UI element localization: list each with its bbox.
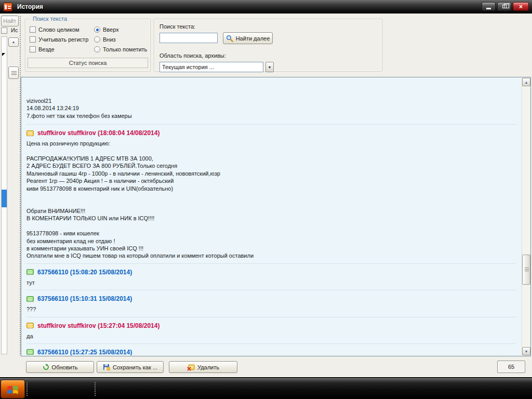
find-next-button[interactable]: Найти далее xyxy=(223,32,273,44)
scroll-thumb[interactable] xyxy=(522,255,530,285)
minimize-button[interactable] xyxy=(482,2,496,11)
radio-mark-only[interactable]: Только пометить xyxy=(94,46,147,52)
checkbox-everywhere[interactable]: Везде xyxy=(30,46,55,52)
session-grip-button[interactable] xyxy=(8,66,19,79)
whole-word-checkbox[interactable] xyxy=(30,26,36,33)
windows-flag-icon xyxy=(6,383,20,395)
history-message: stuffkirov stuffkirov (18:08:04 14/08/20… xyxy=(26,124,516,263)
delete-label: Удалить xyxy=(197,364,219,370)
taskbar-grip[interactable] xyxy=(94,382,97,396)
checkbox-match-case[interactable]: Учитывать регистр xyxy=(30,36,88,43)
history-scrollbar[interactable]: ▲ ▼ xyxy=(522,78,530,355)
refresh-icon xyxy=(43,364,49,370)
refresh-button[interactable]: Обновить xyxy=(26,361,94,373)
start-button[interactable] xyxy=(1,380,25,398)
find-next-label: Найти далее xyxy=(236,35,270,42)
taskbar: 2008 » B 2 Brosix ▼ 2 QIP 2012 ▼ Visa QI… xyxy=(0,378,532,399)
message-author: 637566110 xyxy=(37,349,68,355)
refresh-label: Обновить xyxy=(52,364,78,370)
message-header: stuffkirov stuffkirov (18:08:04 14/08/20… xyxy=(26,129,516,137)
find-button-clipped[interactable]: Найт xyxy=(1,16,19,26)
search-query-group: Поиск текста: Найти далее Область поиска… xyxy=(154,19,382,72)
history-window: История × Найт Ис ▲ Поиск текста Слово ц… xyxy=(0,0,532,377)
contact-card-icon xyxy=(26,130,34,136)
delete-button[interactable]: Удалить xyxy=(169,361,237,373)
restore-button[interactable] xyxy=(497,2,511,11)
save-icon xyxy=(103,364,110,371)
message-text: ??? xyxy=(26,305,516,313)
close-button[interactable]: × xyxy=(513,2,529,11)
message-header: 637566110 (15:10:31 15/08/2014) xyxy=(26,295,516,303)
message-header: 637566110 (15:27:25 15/08/2014) xyxy=(26,348,516,355)
message-author: stuffkirov stuffkirov xyxy=(37,129,96,137)
query-label: Поиск текста: xyxy=(159,23,195,30)
history-message: 637566110 (15:08:20 15/08/2014) тут xyxy=(26,263,516,290)
message-count: 65 xyxy=(497,361,525,373)
search-options-group: Поиск текста Слово целиком Учитывать рег… xyxy=(25,19,151,72)
match-case-label: Учитывать регистр xyxy=(38,36,88,43)
scope-label: Область поиска, архивы: xyxy=(159,52,226,59)
close-icon: × xyxy=(519,4,523,10)
message-author: 637566110 xyxy=(37,295,68,302)
message-text: тут xyxy=(26,279,516,286)
contact-card-icon xyxy=(26,323,34,328)
whole-word-label: Слово целиком xyxy=(38,26,79,33)
down-radio[interactable] xyxy=(94,36,100,43)
magnifier-icon xyxy=(226,35,233,42)
contact-card-icon xyxy=(26,269,34,275)
restore-icon xyxy=(502,5,507,8)
message-list[interactable]: vizivool21 14.08.2014 13:24:19 7.фото не… xyxy=(22,77,522,355)
up-radio-label: Вверх xyxy=(103,26,119,33)
history-checkbox-label: Ис xyxy=(11,27,18,33)
message-timestamp: (15:27:25 15/08/2014) xyxy=(68,349,132,355)
history-checkbox-row[interactable]: Ис xyxy=(1,27,21,34)
radio-down[interactable]: Вниз xyxy=(94,36,116,43)
history-viewport: vizivool21 14.08.2014 13:24:19 7.фото не… xyxy=(21,77,531,356)
message-author: stuffkirov stuffkirov xyxy=(37,322,96,329)
history-message: stuffkirov stuffkirov (15:27:04 15/08/20… xyxy=(26,317,516,343)
message-header: 637566110 (15:08:20 15/08/2014) xyxy=(26,268,516,276)
message-author: 637566110 xyxy=(37,269,68,276)
app-calendar-icon xyxy=(3,3,12,11)
message-timestamp: (18:08:04 14/08/2014) xyxy=(96,129,160,137)
history-checkbox[interactable] xyxy=(1,28,7,34)
session-scroll-up-button[interactable]: ▲ xyxy=(8,37,19,47)
scroll-down-button[interactable]: ▼ xyxy=(522,347,530,355)
message-header: stuffkirov stuffkirov (15:27:04 15/08/20… xyxy=(26,322,516,330)
history-message: 637566110 (15:27:25 15/08/2014) в броскс… xyxy=(26,343,516,355)
window-title: История xyxy=(17,3,43,10)
message-text: Цена на розничную продукцию: РАСПРОДАЖА!… xyxy=(26,140,516,260)
search-status-bar: Статус поиска xyxy=(28,58,148,68)
save-as-label: Сохранить как ... xyxy=(113,364,157,370)
match-case-checkbox[interactable] xyxy=(30,36,36,43)
taskbar-grip[interactable] xyxy=(26,382,29,396)
search-input[interactable] xyxy=(159,33,218,43)
scope-dropdown-arrow[interactable]: ▼ xyxy=(265,62,274,72)
history-message: 637566110 (15:10:31 15/08/2014) ??? xyxy=(26,290,516,316)
down-radio-label: Вниз xyxy=(103,36,116,43)
message-text: да xyxy=(26,332,516,340)
mark-only-radio-label: Только пометить xyxy=(103,46,147,52)
intro-message: vizivool21 14.08.2014 13:24:19 7.фото не… xyxy=(26,97,516,119)
title-bar[interactable]: История × xyxy=(0,0,532,14)
contact-card-icon xyxy=(26,349,34,355)
checkbox-whole-word[interactable]: Слово целиком xyxy=(30,26,79,33)
scroll-up-button[interactable]: ▲ xyxy=(522,78,530,86)
minimize-icon xyxy=(486,8,491,9)
resize-triangle-icon xyxy=(2,53,5,56)
save-as-button[interactable]: Сохранить как ... xyxy=(97,361,164,373)
message-timestamp: (15:08:20 15/08/2014) xyxy=(68,269,132,276)
message-timestamp: (15:10:31 15/08/2014) xyxy=(68,295,132,302)
delete-icon xyxy=(187,364,195,371)
up-radio[interactable] xyxy=(94,26,100,33)
mark-only-radio[interactable] xyxy=(94,46,100,52)
radio-up[interactable]: Вверх xyxy=(94,26,119,33)
message-timestamp: (15:27:04 15/08/2014) xyxy=(96,322,160,329)
scope-combobox[interactable]: Текущая история ... xyxy=(159,62,263,72)
session-list[interactable] xyxy=(1,36,7,354)
everywhere-label: Везде xyxy=(38,46,55,52)
everywhere-checkbox[interactable] xyxy=(30,46,36,52)
contact-card-icon xyxy=(26,296,34,302)
search-group-title: Поиск текста xyxy=(31,16,69,22)
session-list-selected-item[interactable] xyxy=(2,190,7,207)
